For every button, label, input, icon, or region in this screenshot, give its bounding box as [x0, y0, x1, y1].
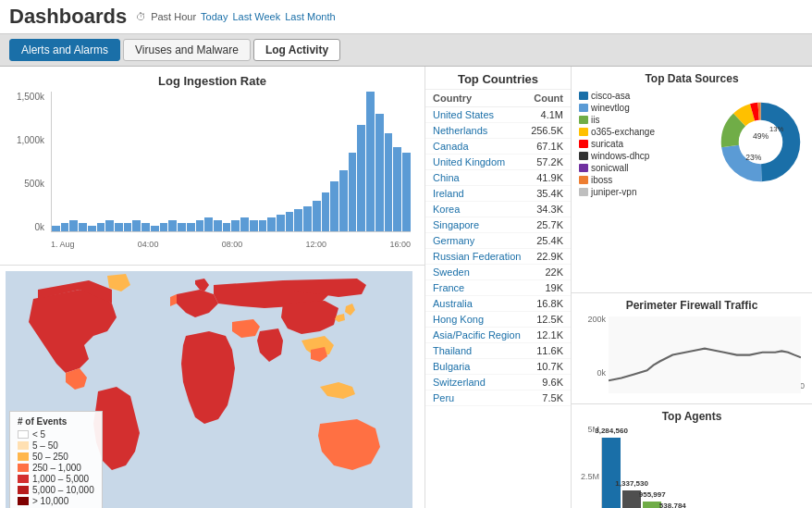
table-row: United Kingdom57.2K: [425, 155, 571, 170]
svg-text:23%: 23%: [745, 153, 762, 162]
log-ingestion-section: Log Ingestion Rate 1,500k 1,000k 500k 0k…: [0, 67, 424, 266]
country-link[interactable]: Asia/Pacific Region: [433, 329, 521, 341]
donut-svg: 49% 13% 23%: [717, 98, 805, 186]
chart-bar: [88, 226, 96, 231]
chart-bar: [349, 153, 357, 231]
map-section: # of Events < 5 5 – 50 50 – 250 250 – 1,…: [0, 266, 424, 508]
ta-chart: 5M 2.5M 0M 3,284,5601,337,530955,997538,…: [577, 425, 806, 508]
col-country: Country: [433, 93, 472, 104]
table-row: Hong Kong12.5K: [425, 312, 571, 328]
country-link[interactable]: United States: [433, 109, 494, 120]
table-row: United States4.1M: [425, 107, 571, 123]
tds-legend-item: winevtlog: [579, 103, 713, 113]
fw-title: Perimeter Firewall Traffic: [579, 299, 805, 312]
table-row: Russian Federation22.9K: [425, 249, 571, 265]
y-label-0: 0k: [34, 222, 44, 232]
country-link[interactable]: Singapore: [433, 219, 479, 230]
fw-y-axis: 200k 0k: [579, 315, 609, 378]
ta-bars-area: 3,284,5601,337,530955,997538,784: [601, 438, 805, 508]
tds-legend-item: cisco-asa: [579, 91, 713, 101]
chart-bar: [259, 220, 267, 231]
tds-color-dot: [579, 116, 588, 124]
country-count: 16.8K: [536, 298, 563, 309]
x-label-16: 16:00: [389, 240, 411, 249]
country-link[interactable]: France: [433, 282, 464, 293]
country-count: 7.5K: [542, 392, 563, 403]
country-count: 67.1K: [536, 141, 563, 152]
tds-legend-item: suricata: [579, 139, 713, 149]
table-row: Ireland35.4K: [425, 186, 571, 202]
tab-bar: Alerts and Alarms Viruses and Malware Lo…: [0, 34, 812, 67]
chart-bar: [267, 217, 276, 231]
chart-bar: [115, 223, 123, 231]
table-row: Canada67.1K: [425, 139, 571, 155]
country-link[interactable]: Russian Federation: [433, 251, 521, 262]
legend-item-5: 1,000 – 5,000: [18, 474, 94, 484]
table-row: France19K: [425, 280, 571, 296]
tc-rows: United States4.1MNetherlands256.5KCanada…: [425, 107, 571, 406]
country-link[interactable]: Canada: [433, 141, 469, 152]
tds-legend-label: o365-exchange: [591, 127, 655, 137]
tds-color-dot: [579, 188, 588, 196]
country-link[interactable]: Thailand: [433, 345, 472, 356]
ta-bar: 3,284,560: [602, 438, 621, 508]
map-legend: # of Events < 5 5 – 50 50 – 250 250 – 1,…: [9, 411, 103, 508]
table-row: China41.9K: [425, 170, 571, 186]
country-link[interactable]: Germany: [433, 235, 474, 246]
active-time[interactable]: Past Hour: [151, 11, 196, 22]
country-link[interactable]: China: [433, 172, 460, 183]
country-link[interactable]: Switzerland: [433, 377, 486, 388]
chart-bar: [61, 223, 69, 231]
tab-alerts[interactable]: Alerts and Alarms: [9, 39, 120, 61]
chart-bar: [357, 125, 365, 231]
country-link[interactable]: Korea: [433, 204, 460, 215]
chart-bar: [322, 192, 330, 231]
chart-bar: [168, 220, 177, 231]
chart-bar: [393, 147, 401, 231]
tc-col-headers: Country Count: [425, 90, 571, 107]
chart-bar: [79, 223, 87, 231]
tds-legend-label: cisco-asa: [591, 91, 630, 101]
donut-chart: 49% 13% 23%: [717, 98, 805, 186]
x-label-04: 04:00: [138, 240, 159, 249]
time-lastweek[interactable]: Last Week: [232, 11, 280, 22]
tds-color-dot: [579, 104, 588, 112]
chart-bar: [97, 223, 105, 231]
table-row: Netherlands256.5K: [425, 123, 571, 139]
table-row: Thailand11.6K: [425, 343, 571, 359]
chart-bar: [124, 223, 132, 231]
time-today[interactable]: Today: [201, 11, 228, 22]
tds-color-dot: [579, 92, 588, 100]
country-link[interactable]: United Kingdom: [433, 156, 505, 167]
chart-bar: [277, 215, 285, 231]
tds-legend-item: sonicwall: [579, 163, 713, 173]
country-link[interactable]: Netherlands: [433, 125, 487, 136]
tds-legend-item: o365-exchange: [579, 127, 713, 137]
country-link[interactable]: Australia: [433, 298, 473, 309]
chart-bar: [366, 92, 375, 231]
chart-area: 1,500k 1,000k 500k 0k 1. Aug 04:00 08:00…: [9, 92, 415, 249]
country-link[interactable]: Sweden: [433, 266, 470, 278]
ta-bar-value-label: 3,284,560: [595, 427, 628, 435]
country-link[interactable]: Ireland: [433, 188, 464, 199]
country-count: 25.7K: [536, 219, 563, 230]
legend-item-1: < 5: [18, 429, 94, 440]
tab-log-activity[interactable]: Log Activity: [253, 39, 340, 61]
svg-text:49%: 49%: [753, 131, 769, 141]
time-lastmonth[interactable]: Last Month: [285, 11, 335, 22]
legend-title: # of Events: [18, 416, 94, 427]
table-row: Asia/Pacific Region12.1K: [425, 328, 571, 343]
country-link[interactable]: Hong Kong: [433, 314, 484, 325]
tds-legend-item: iis: [579, 115, 713, 125]
header: Dashboards ⏱ Past Hour Today Last Week L…: [0, 0, 812, 34]
country-link[interactable]: Peru: [433, 392, 454, 403]
chart-bar: [339, 170, 348, 231]
clock-icon: ⏱: [136, 11, 146, 22]
legend-item-4: 250 – 1,000: [18, 463, 94, 473]
tab-viruses[interactable]: Viruses and Malware: [123, 39, 251, 61]
chart-bar: [250, 220, 258, 231]
chart-bar: [214, 220, 222, 231]
y-label-1000: 1,000k: [17, 135, 44, 145]
chart-bar: [402, 153, 411, 231]
country-link[interactable]: Bulgaria: [433, 361, 470, 372]
